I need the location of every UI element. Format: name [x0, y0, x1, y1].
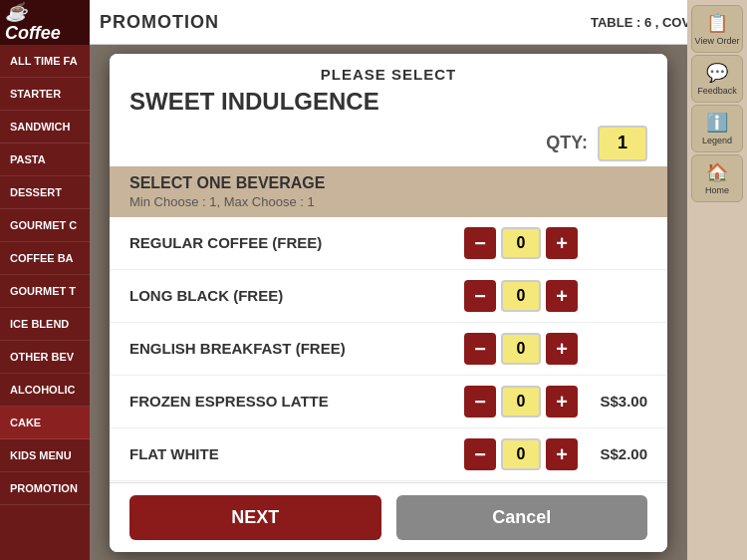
- page-title: PROMOTION: [100, 12, 219, 33]
- qty-minus-1[interactable]: −: [464, 280, 496, 312]
- sidebar-item-kids-menu[interactable]: KIDS MENU: [0, 439, 90, 472]
- sidebar-item-starter[interactable]: STARTER: [0, 78, 90, 111]
- section-subtitle: Min Choose : 1, Max Choose : 1: [129, 194, 647, 209]
- clipboard-icon: 📋: [694, 12, 740, 34]
- qty-controls-3: − 0 +: [464, 386, 578, 418]
- modal-overlay: PLEASE SELECT SWEET INDULGENCE QTY: 1 SE…: [90, 45, 687, 560]
- item-name-1: LONG BLACK (FREE): [129, 287, 454, 304]
- qty-display-1: 0: [501, 280, 541, 312]
- qty-minus-4[interactable]: −: [464, 438, 496, 470]
- modal: PLEASE SELECT SWEET INDULGENCE QTY: 1 SE…: [110, 54, 667, 552]
- item-name-3: FROZEN ESPRESSO LATTE: [129, 393, 454, 410]
- item-row-2: ENGLISH BREAKFAST (FREE) − 0 +: [110, 323, 667, 376]
- item-name-0: REGULAR COFFEE (FREE): [129, 234, 454, 251]
- item-row-1: LONG BLACK (FREE) − 0 +: [110, 270, 667, 323]
- item-name-2: ENGLISH BREAKFAST (FREE): [129, 340, 454, 357]
- section-title: SELECT ONE BEVERAGE: [129, 174, 647, 192]
- sidebar-item-pasta[interactable]: PASTA: [0, 143, 90, 176]
- item-name-4: FLAT WHITE: [129, 445, 454, 462]
- modal-header-title: PLEASE SELECT: [129, 66, 647, 83]
- sidebar-item-gourmet-c[interactable]: GOURMET C: [0, 209, 90, 242]
- modal-item-title: SWEET INDULGENCE: [129, 88, 647, 116]
- qty-row: QTY: 1: [110, 121, 667, 166]
- qty-minus-0[interactable]: −: [464, 227, 496, 259]
- cancel-button[interactable]: Cancel: [396, 495, 648, 540]
- sidebar-item-cake[interactable]: CAKE: [0, 407, 90, 439]
- qty-plus-0[interactable]: +: [546, 227, 578, 259]
- sidebar-item-dessert[interactable]: DESSERT: [0, 176, 90, 209]
- sidebar-item-other-bev[interactable]: OTHER BEV: [0, 341, 90, 374]
- qty-plus-4[interactable]: +: [546, 438, 578, 470]
- next-button[interactable]: NEXT: [129, 495, 381, 540]
- qty-plus-3[interactable]: +: [546, 386, 578, 418]
- qty-display-2: 0: [501, 333, 541, 365]
- items-list: REGULAR COFFEE (FREE) − 0 + LONG BLACK (…: [110, 217, 667, 482]
- item-row-0: REGULAR COFFEE (FREE) − 0 +: [110, 217, 667, 270]
- feedback-icon: 💬: [694, 62, 740, 84]
- main-content: PLEASE SELECT SWEET INDULGENCE QTY: 1 SE…: [90, 45, 687, 560]
- app-logo: ☕ Coffee: [5, 1, 85, 44]
- qty-controls-2: − 0 +: [464, 333, 578, 365]
- qty-controls-1: − 0 +: [464, 280, 578, 312]
- home-button[interactable]: 🏠 Home: [691, 154, 743, 202]
- info-icon: ℹ️: [694, 112, 740, 134]
- qty-plus-1[interactable]: +: [546, 280, 578, 312]
- sidebar: ☕ Coffee ALL TIME FA STARTER SANDWICH PA…: [0, 0, 90, 560]
- sidebar-item-coffee-ba[interactable]: COFFEE BA: [0, 242, 90, 275]
- item-row-4: FLAT WHITE − 0 + S$2.00: [110, 428, 667, 481]
- qty-display-0: 0: [501, 227, 541, 259]
- qty-controls-0: − 0 +: [464, 227, 578, 259]
- qty-display-4: 0: [501, 438, 541, 470]
- right-panel: 📋 View Order 💬 Feedback ℹ️ Legend 🏠 Home: [687, 0, 747, 560]
- modal-header: PLEASE SELECT SWEET INDULGENCE: [110, 54, 667, 121]
- sidebar-item-alcoholic[interactable]: ALCOHOLIC: [0, 374, 90, 407]
- qty-value[interactable]: 1: [598, 126, 647, 161]
- qty-label: QTY:: [546, 133, 588, 153]
- sidebar-item-all-time[interactable]: ALL TIME FA: [0, 45, 90, 78]
- qty-plus-2[interactable]: +: [546, 333, 578, 365]
- topbar: PROMOTION TABLE : 6 , COVER : 1: [90, 0, 747, 45]
- modal-footer: NEXT Cancel: [110, 482, 667, 552]
- item-price-3: S$3.00: [588, 393, 647, 410]
- qty-display-3: 0: [501, 386, 541, 418]
- qty-controls-4: − 0 +: [464, 438, 578, 470]
- legend-button[interactable]: ℹ️ Legend: [691, 105, 743, 152]
- feedback-button[interactable]: 💬 Feedback: [691, 55, 743, 103]
- item-price-4: S$2.00: [588, 445, 647, 462]
- view-order-button[interactable]: 📋 View Order: [691, 5, 743, 53]
- sidebar-item-sandwich[interactable]: SANDWICH: [0, 111, 90, 143]
- item-row-3: FROZEN ESPRESSO LATTE − 0 + S$3.00: [110, 376, 667, 428]
- qty-minus-3[interactable]: −: [464, 386, 496, 418]
- sidebar-item-ice-blend[interactable]: ICE BLEND: [0, 308, 90, 341]
- section-header: SELECT ONE BEVERAGE Min Choose : 1, Max …: [110, 166, 667, 217]
- home-icon: 🏠: [694, 161, 740, 183]
- sidebar-item-promotion[interactable]: PROMOTION: [0, 472, 90, 505]
- sidebar-header: ☕ Coffee: [0, 0, 90, 45]
- sidebar-item-gourmet-t[interactable]: GOURMET T: [0, 275, 90, 308]
- qty-minus-2[interactable]: −: [464, 333, 496, 365]
